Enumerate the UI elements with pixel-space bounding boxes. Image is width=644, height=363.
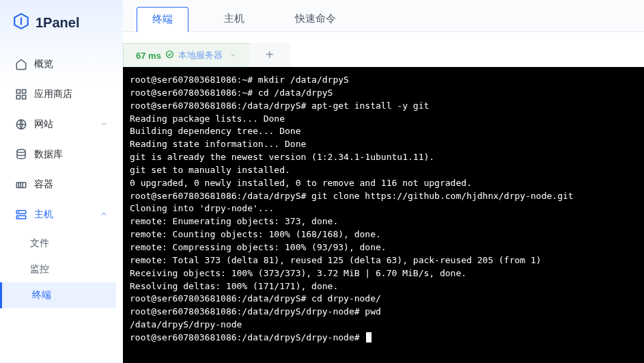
terminal-output[interactable]: root@ser607803681086:~# mkdir /data/drpy…: [123, 67, 644, 363]
sidebar-item-website[interactable]: 网站: [7, 110, 116, 139]
tab-quickcmd[interactable]: 快速命令: [280, 7, 351, 31]
sidebar-item-label: 概览: [34, 58, 53, 70]
sidebar-item-host[interactable]: 主机: [7, 200, 116, 229]
sidebar-sub-label: 监控: [30, 263, 49, 274]
chevron-down-icon[interactable]: [229, 51, 237, 61]
home-icon: [15, 58, 27, 70]
add-terminal-tab-button[interactable]: +: [249, 43, 290, 67]
sidebar-item-label: 容器: [34, 178, 53, 191]
plus-icon: +: [266, 47, 274, 63]
sidebar-sub-monitor[interactable]: 监控: [7, 256, 116, 282]
sidebar-item-label: 应用商店: [34, 88, 72, 100]
terminal-server-name: 本地服务器: [178, 49, 223, 62]
chevron-down-icon: [100, 119, 108, 130]
brand-name: 1Panel: [36, 15, 79, 31]
sidebar-sub-files[interactable]: 文件: [7, 230, 116, 256]
sidebar-sub-label: 终端: [32, 289, 51, 300]
sidebar-item-overview[interactable]: 概览: [7, 50, 116, 79]
sidebar: 1Panel 概览 应用商店 网站 数据库 容器: [0, 0, 123, 363]
sidebar-menu: 概览 应用商店 网站 数据库 容器 主机: [0, 46, 123, 363]
tab-label: 快速命令: [295, 12, 336, 24]
brand-logo: 1Panel: [0, 12, 123, 46]
svg-point-5: [17, 150, 25, 153]
main-content: 终端 主机 快速命令 67 ms 本地服务器 + root@ser6078036…: [123, 0, 644, 363]
chevron-up-icon: [100, 209, 108, 220]
terminal-tab-active[interactable]: 67 ms 本地服务器: [123, 43, 249, 67]
container-icon: [15, 178, 27, 191]
svg-rect-0: [16, 90, 20, 93]
sidebar-sub-terminal[interactable]: 终端: [0, 282, 116, 308]
terminal-tabs: 67 ms 本地服务器 +: [123, 43, 644, 67]
svg-rect-3: [23, 96, 26, 99]
svg-rect-2: [16, 96, 20, 99]
sidebar-item-label: 网站: [34, 118, 53, 131]
sidebar-item-database[interactable]: 数据库: [7, 140, 116, 169]
svg-point-9: [18, 212, 19, 213]
grid-icon: [15, 88, 27, 100]
primary-tabs: 终端 主机 快速命令: [123, 0, 644, 32]
globe-icon: [15, 118, 27, 131]
sidebar-item-appstore[interactable]: 应用商店: [7, 80, 116, 109]
sidebar-item-label: 数据库: [34, 148, 63, 161]
sidebar-item-container[interactable]: 容器: [7, 170, 116, 199]
tab-label: 主机: [224, 12, 244, 24]
server-icon: [15, 209, 27, 221]
brand-logo-icon: [12, 12, 30, 33]
sidebar-item-label: 主机: [34, 209, 53, 221]
database-icon: [15, 148, 27, 161]
sidebar-sub-label: 文件: [30, 237, 49, 248]
svg-rect-1: [23, 90, 26, 93]
tab-terminal[interactable]: 终端: [137, 7, 188, 32]
tab-label: 终端: [152, 13, 173, 25]
svg-point-10: [18, 217, 19, 217]
check-circle-icon: [165, 50, 174, 61]
tab-host[interactable]: 主机: [209, 7, 260, 31]
terminal-latency: 67 ms: [136, 51, 161, 61]
